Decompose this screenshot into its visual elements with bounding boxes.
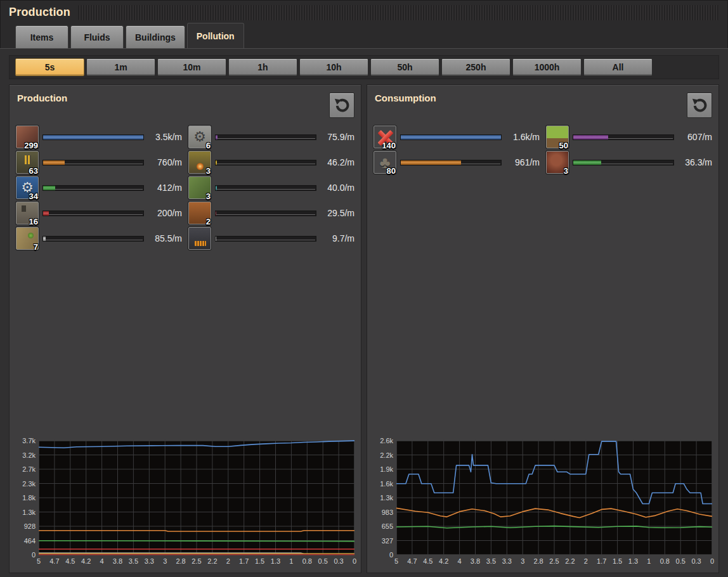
panel-title: Consumption (375, 93, 436, 103)
time-button-1m[interactable]: 1m (86, 58, 155, 76)
assembling-machine-1-icon[interactable]: 6 (188, 126, 211, 148)
reset-button[interactable] (329, 93, 354, 118)
count-badge: 3 (564, 167, 568, 175)
time-button-10h[interactable]: 10h (299, 58, 368, 76)
time-button-1000h[interactable]: 1000h (512, 58, 582, 76)
stat-row[interactable]: 675.9/m (188, 124, 354, 150)
stat-row[interactable]: 80961/m (374, 150, 540, 175)
rate-value: 75.9/m (320, 132, 354, 142)
reset-button[interactable] (687, 93, 712, 118)
consumption-panel: Consumption1401.6k/m80961/m50607/m336.3/… (367, 84, 719, 573)
pump-icon[interactable]: 7 (16, 227, 39, 250)
tab-items[interactable]: Items (15, 25, 68, 48)
mining-drill-icon[interactable]: 299 (16, 126, 39, 148)
stat-column: 50607/m336.3/m (546, 124, 712, 437)
stat-row[interactable]: 785.5/m (16, 226, 182, 251)
tab-buildings[interactable]: Buildings (126, 25, 185, 48)
pollution-bar (42, 134, 144, 140)
time-button-5s[interactable]: 5s (15, 58, 84, 76)
rate-value: 412/m (148, 183, 182, 193)
grass-icon[interactable]: 50 (546, 126, 569, 148)
window-drag-handle[interactable] (78, 5, 719, 20)
time-button-all[interactable]: All (583, 58, 653, 76)
stat-row[interactable]: 34412/m (16, 175, 182, 200)
stat-column: 1401.6k/m80961/m (374, 124, 540, 437)
pollution-bar (215, 160, 316, 165)
boiler-icon[interactable]: 63 (16, 151, 39, 174)
svg-text:0.5: 0.5 (676, 557, 686, 565)
time-button-250h[interactable]: 250h (441, 58, 510, 76)
rate-value: 200/m (148, 208, 182, 218)
biter-spawner-icon[interactable]: 3 (546, 151, 569, 174)
consumption-rows: 1401.6k/m80961/m50607/m336.3/m (372, 119, 713, 437)
svg-text:3.3: 3.3 (502, 557, 512, 565)
bar-fill (573, 135, 608, 139)
time-button-50h[interactable]: 50h (370, 58, 439, 76)
bar-fill (43, 211, 49, 216)
svg-text:3.7k: 3.7k (22, 437, 36, 444)
svg-text:3.8: 3.8 (113, 557, 122, 565)
svg-text:4.7: 4.7 (49, 557, 59, 565)
electric-furnace-icon[interactable] (188, 227, 211, 250)
count-badge: 6 (206, 141, 211, 150)
svg-text:2.5: 2.5 (192, 557, 201, 565)
steel-furnace-icon[interactable]: 3 (188, 151, 211, 174)
dead-tree-icon[interactable]: 80 (374, 151, 396, 174)
stat-row[interactable]: 16200/m (16, 200, 182, 226)
svg-text:1.3: 1.3 (271, 557, 280, 565)
rate-value: 36.3/m (678, 157, 712, 167)
svg-text:1.3k: 1.3k (22, 509, 36, 516)
stat-column: 2993.5k/m63760/m34412/m16200/m785.5/m (16, 124, 182, 437)
stat-row[interactable]: 9.7/m (188, 226, 354, 251)
svg-text:4: 4 (458, 557, 462, 565)
pollution-bar (573, 134, 674, 140)
svg-text:1.6k: 1.6k (380, 480, 393, 488)
heat-column-icon[interactable]: 2 (188, 202, 211, 224)
svg-text:1.3: 1.3 (628, 557, 638, 565)
stat-row[interactable]: 229.5/m (188, 200, 354, 226)
tab-fluids[interactable]: Fluids (70, 25, 124, 48)
svg-text:327: 327 (382, 537, 393, 545)
stat-row[interactable]: 1401.6k/m (374, 124, 540, 150)
svg-text:2.8: 2.8 (533, 557, 543, 565)
stat-row[interactable]: 2993.5k/m (16, 124, 182, 150)
consumption-chart-svg: 54.74.54.243.83.53.332.82.52.221.71.51.3… (372, 437, 715, 567)
red-x-icon[interactable]: 140 (374, 126, 396, 148)
count-badge: 16 (29, 217, 38, 226)
svg-text:1.5: 1.5 (255, 557, 264, 565)
production-chart-svg: 54.74.54.243.83.53.332.82.52.221.71.51.3… (15, 437, 357, 567)
svg-text:2.5: 2.5 (549, 557, 559, 565)
count-badge: 3 (206, 167, 211, 175)
svg-text:1: 1 (289, 557, 293, 565)
svg-text:0: 0 (353, 557, 356, 565)
pollution-bar (215, 211, 316, 216)
svg-text:2.7k: 2.7k (22, 465, 36, 473)
svg-text:2: 2 (584, 557, 588, 565)
pumpjack-icon[interactable]: 3 (188, 176, 211, 199)
tab-bar: ItemsFluidsBuildingsPollution (0, 24, 728, 48)
svg-text:3: 3 (521, 557, 524, 565)
production-window: Production ItemsFluidsBuildingsPollution… (0, 0, 728, 577)
production-panel: Production2993.5k/m63760/m34412/m16200/m… (9, 84, 361, 573)
rate-value: 85.5/m (148, 233, 182, 243)
pollution-bar (42, 236, 144, 242)
count-badge: 63 (29, 167, 38, 175)
production-header: Production (15, 90, 356, 119)
rate-value: 760/m (148, 157, 182, 167)
stat-row[interactable]: 63760/m (16, 150, 182, 175)
production-rows: 2993.5k/m63760/m34412/m16200/m785.5/m675… (15, 119, 356, 437)
stat-row[interactable]: 340.0/m (188, 175, 354, 200)
assembling-machine-2-icon[interactable]: 34 (16, 176, 39, 199)
svg-text:3.5: 3.5 (129, 557, 138, 565)
stat-row[interactable]: 336.3/m (546, 150, 712, 175)
stone-furnace-icon[interactable]: 16 (16, 202, 39, 224)
stat-row[interactable]: 50607/m (546, 124, 712, 150)
time-button-1h[interactable]: 1h (228, 58, 297, 76)
svg-text:928: 928 (24, 522, 36, 530)
pollution-bar (42, 185, 144, 191)
stat-row[interactable]: 346.2/m (188, 150, 354, 175)
time-button-10m[interactable]: 10m (157, 58, 226, 76)
tab-pollution[interactable]: Pollution (187, 23, 244, 48)
svg-text:1: 1 (647, 557, 651, 565)
svg-text:5: 5 (37, 557, 41, 565)
